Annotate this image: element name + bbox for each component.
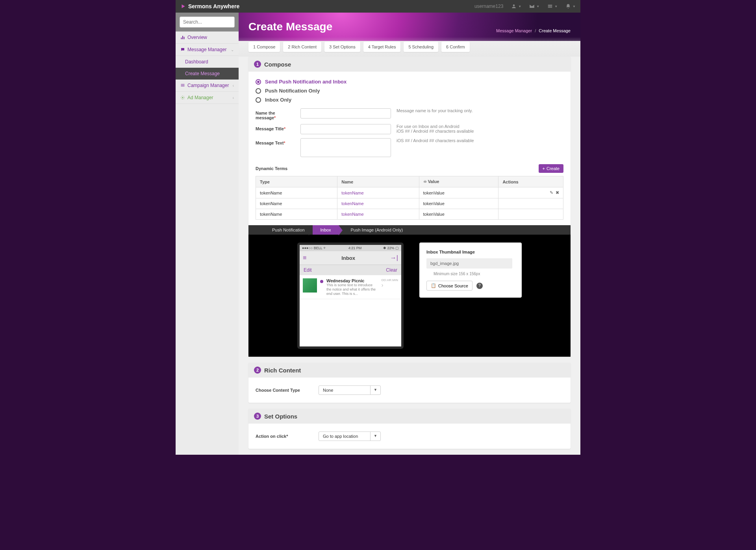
choose-source-button[interactable]: 📋Choose Source [426, 281, 472, 291]
action-click-select[interactable]: Go to app location▼ [319, 431, 381, 441]
delete-icon[interactable]: ✖ [556, 190, 559, 195]
message-title-input[interactable] [300, 124, 391, 134]
choose-source-label: Choose Source [438, 283, 468, 288]
chevron-down-icon: ▼ [370, 386, 380, 394]
hamburger-icon: ≡ [303, 254, 306, 261]
username[interactable]: username123 [474, 4, 503, 9]
message-name-input[interactable] [300, 108, 391, 119]
table-row: tokenNametokenNametokenValue [256, 209, 563, 220]
breadcrumb: Message Manager / Create Message [496, 28, 571, 33]
msg-thumbnail [303, 278, 317, 293]
nav-overview[interactable]: Overview [176, 31, 239, 44]
section-number: 3 [254, 413, 261, 420]
msg-date: DD.HR.MIN [382, 278, 398, 282]
tab-push-image[interactable]: Push Image (Android Only) [343, 225, 411, 235]
cell-name[interactable]: tokenName [337, 209, 419, 220]
nav-message-manager[interactable]: Message Manager⌄ [176, 44, 239, 56]
search-input[interactable] [180, 17, 235, 27]
dashboard-icon [180, 35, 185, 40]
thumb-min-size: Minimum size 156 x 156px [434, 272, 512, 276]
step-compose[interactable]: 1 Compose [248, 42, 280, 52]
cell-value: tokenValue [419, 198, 498, 209]
msg-title: Wednesday Picnic [326, 278, 378, 283]
step-confirm[interactable]: 6 Confirm [441, 42, 470, 52]
text-label: Message Text [256, 141, 284, 145]
nav-message-manager-label: Message Manager [187, 47, 226, 52]
svg-point-2 [182, 97, 183, 98]
nav-create-message[interactable]: Create Message [176, 68, 239, 80]
create-button[interactable]: +Create [539, 164, 563, 173]
inbox-title: Inbox [341, 255, 355, 261]
section-number: 2 [254, 367, 261, 374]
content-type-select[interactable]: None▼ [319, 385, 381, 395]
title-hint2: iOS ## / Android ## characters available [397, 129, 474, 133]
radio-push-only[interactable]: Push Notification Only [256, 86, 563, 95]
nav-dashboard[interactable]: Dashboard [176, 56, 239, 68]
col-value[interactable]: ≑ Value [419, 176, 498, 187]
table-row: tokenNametokenNametokenValue [256, 198, 563, 209]
text-hint: iOS ## / Android ## characters available [397, 138, 563, 143]
section-rich-content: 2 Rich Content Choose Content Type None▼ [248, 363, 571, 403]
content-type-label: Choose Content Type [256, 388, 307, 393]
step-set-options[interactable]: 3 Set Options [324, 42, 360, 52]
cell-type: tokenName [256, 198, 337, 209]
radio-label: Push Notification Only [265, 88, 320, 94]
edit-icon[interactable]: ✎ [550, 190, 553, 195]
plus-icon: + [543, 166, 545, 171]
nav-campaign-manager-label: Campaign Manager [187, 83, 229, 88]
message-text-input[interactable] [300, 138, 391, 157]
list-icon [547, 4, 553, 9]
nav-dashboard-label: Dashboard [185, 59, 208, 65]
cell-type: tokenName [256, 209, 337, 220]
list-menu[interactable]: ▼ [547, 4, 558, 9]
thumb-panel-title: Inbox Thumbnail Image [426, 250, 512, 254]
title-hint1: For use on Inbox and on Android [397, 124, 460, 129]
section-number: 1 [254, 61, 261, 68]
cell-type: tokenName [256, 187, 337, 198]
status-left: ●●●○○ BELL ᯤ [302, 246, 327, 250]
unread-dot-icon [320, 280, 323, 283]
nav-campaign-manager[interactable]: Campaign Manager‹ [176, 80, 239, 92]
step-target-rules[interactable]: 4 Target Rules [363, 42, 401, 52]
nav-ad-manager[interactable]: Ad Manager‹ [176, 92, 239, 104]
user-menu[interactable]: ▼ [511, 4, 521, 9]
preview-body: ●●●○○ BELL ᯤ4:21 PM✱ 22% ▢ ≡Inbox→| Edit… [248, 235, 571, 357]
action-click-label: Action on click [256, 434, 286, 439]
col-type[interactable]: Type [256, 176, 337, 187]
step-scheduling[interactable]: 5 Scheduling [404, 42, 438, 52]
name-label: Name the message [256, 111, 275, 120]
col-name[interactable]: Name [337, 176, 419, 187]
step-rich-content[interactable]: 2 Rich Content [283, 42, 321, 52]
preview-tabs: Push Notification Inbox Push Image (Andr… [248, 225, 571, 235]
chevron-left-icon: ‹ [233, 83, 234, 88]
thumb-filename[interactable]: bgd_image.jpg [426, 258, 512, 269]
tab-inbox[interactable]: Inbox [313, 225, 339, 235]
help-icon[interactable]: ? [476, 283, 483, 289]
title-label: Message Title [256, 126, 284, 131]
clipboard-icon: 📋 [431, 283, 436, 288]
dynamic-terms-title: Dynamic Terms [256, 166, 287, 171]
breadcrumb-parent[interactable]: Message Manager [496, 28, 532, 33]
breadcrumb-current: Create Message [539, 28, 571, 33]
radio-push-and-inbox[interactable]: Send Push Notification and Inbox [256, 77, 563, 86]
cell-value: tokenValue [419, 187, 498, 198]
message-item: Wednesday PicnicThis is some text to int… [300, 275, 401, 299]
bell-menu[interactable]: ▼ [565, 4, 576, 9]
col-value-label: Value [428, 179, 439, 184]
cell-name[interactable]: tokenName [337, 187, 419, 198]
chevron-down-icon: ▼ [370, 432, 380, 441]
table-row: tokenNametokenNametokenValue✎✖ [256, 187, 563, 198]
radio-inbox-only[interactable]: Inbox Only [256, 95, 563, 104]
nav-create-message-label: Create Message [185, 71, 220, 76]
col-actions: Actions [498, 176, 563, 187]
chevron-right-icon: › [382, 282, 398, 288]
section-title: Set Options [264, 413, 297, 420]
tab-push-notification[interactable]: Push Notification [264, 225, 313, 235]
status-right: ✱ 22% ▢ [383, 246, 399, 250]
content-type-value: None [319, 386, 370, 394]
mail-menu[interactable]: ▼ [529, 4, 539, 9]
content: Create Message Message Manager / Create … [239, 13, 580, 455]
chevron-left-icon: ‹ [233, 96, 234, 100]
cell-name[interactable]: tokenName [337, 198, 419, 209]
page-title: Create Message [248, 20, 332, 33]
